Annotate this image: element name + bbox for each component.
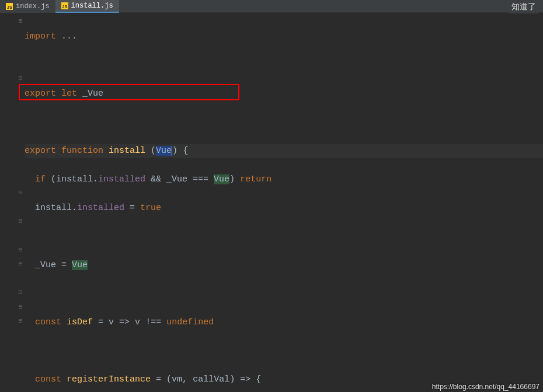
code-line[interactable]: install.installed = true bbox=[25, 201, 543, 216]
dismiss-button[interactable]: 知道了 bbox=[509, 1, 538, 13]
fold-minus-icon[interactable]: ⊟ bbox=[18, 303, 23, 310]
tab-index-js[interactable]: JS index.js bbox=[0, 0, 55, 13]
code-line[interactable]: export let _Vue bbox=[25, 87, 543, 102]
fold-minus-icon[interactable]: ⊟ bbox=[18, 317, 23, 324]
tab-bar: JS index.js JS install.js bbox=[0, 0, 543, 13]
js-file-icon: JS bbox=[61, 2, 68, 9]
code-line[interactable]: import ... bbox=[25, 30, 543, 44]
tab-label: install.js bbox=[71, 2, 113, 10]
fold-close-icon[interactable]: ⊟ bbox=[18, 260, 23, 267]
code-line[interactable]: if (install.installed && _Vue === Vue) r… bbox=[25, 173, 543, 187]
code-line[interactable] bbox=[25, 287, 543, 302]
gutter: ⊞ ⊟ ⊟ ⊟ ⊟ ⊟ ⊟ ⊟ ⊟ bbox=[0, 15, 25, 392]
fold-minus-icon[interactable]: ⊟ bbox=[18, 188, 23, 196]
js-file-icon: JS bbox=[6, 3, 13, 10]
code-line[interactable] bbox=[25, 230, 543, 244]
fold-minus-icon[interactable]: ⊟ bbox=[18, 288, 23, 296]
code-line[interactable]: const registerInstance = (vm, callVal) =… bbox=[25, 373, 543, 387]
code-line[interactable]: const isDef = v => v !== undefined bbox=[25, 316, 543, 330]
tab-label: index.js bbox=[16, 2, 50, 10]
code-line[interactable] bbox=[25, 344, 543, 359]
tab-install-js[interactable]: JS install.js bbox=[55, 0, 119, 13]
code-content[interactable]: import ... export let _Vue export functi… bbox=[25, 15, 543, 392]
fold-minus-icon[interactable]: ⊟ bbox=[18, 74, 23, 82]
fold-minus-icon[interactable]: ⊟ bbox=[18, 217, 23, 225]
code-editor[interactable]: ⊞ ⊟ ⊟ ⊟ ⊟ ⊟ ⊟ ⊟ ⊟ import ... export let … bbox=[0, 13, 543, 392]
code-line[interactable]: export function install (Vue) { bbox=[25, 144, 543, 159]
fold-close-icon[interactable]: ⊟ bbox=[18, 246, 23, 253]
code-line[interactable] bbox=[25, 58, 543, 73]
fold-plus-icon[interactable]: ⊞ bbox=[18, 17, 23, 24]
code-line[interactable]: _Vue = Vue bbox=[25, 258, 543, 273]
code-line[interactable] bbox=[25, 116, 543, 130]
